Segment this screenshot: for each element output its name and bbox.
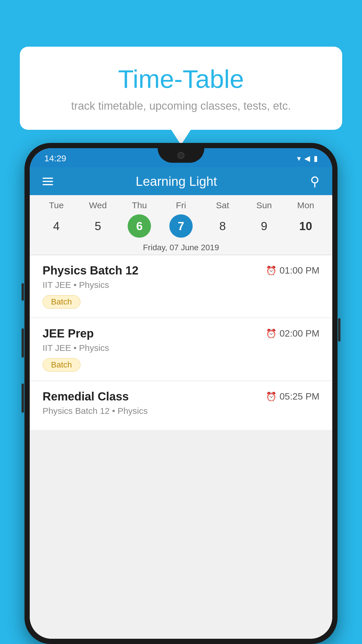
date-5[interactable]: 5 <box>86 214 110 238</box>
schedule-item-3-subtitle: Physics Batch 12 • Physics <box>43 406 319 416</box>
calendar-days-row: Tue Wed Thu Fri Sat Sun Mon <box>30 195 332 212</box>
day-sun: Sun <box>252 200 276 210</box>
date-7-selected[interactable]: 7 <box>169 214 193 238</box>
hamburger-icon[interactable] <box>43 178 53 185</box>
clock-icon-3: ⏰ <box>266 391 277 402</box>
schedule-item-2-subtitle: IIT JEE • Physics <box>43 343 319 353</box>
phone-outer: 14:29 ▾ ◀ ▮ Learning Light ⚲ <box>24 143 338 644</box>
date-4[interactable]: 4 <box>45 214 68 238</box>
schedule-item-1-time: ⏰ 01:00 PM <box>266 265 319 276</box>
schedule-list: Physics Batch 12 ⏰ 01:00 PM IIT JEE • Ph… <box>30 255 332 639</box>
day-mon: Mon <box>294 200 317 210</box>
phone-screen: 14:29 ▾ ◀ ▮ Learning Light ⚲ <box>30 148 332 639</box>
schedule-item-3-time: ⏰ 05:25 PM <box>266 391 319 402</box>
schedule-item-2-header: JEE Prep ⏰ 02:00 PM <box>43 327 319 340</box>
schedule-item-3[interactable]: Remedial Class ⏰ 05:25 PM Physics Batch … <box>30 381 332 430</box>
selected-date-label: Friday, 07 June 2019 <box>30 241 332 255</box>
date-10[interactable]: 10 <box>294 214 317 238</box>
schedule-item-1-header: Physics Batch 12 ⏰ 01:00 PM <box>43 264 319 277</box>
day-wed: Wed <box>86 200 110 210</box>
schedule-item-1-subtitle: IIT JEE • Physics <box>43 280 319 290</box>
battery-icon: ▮ <box>314 154 318 163</box>
day-fri: Fri <box>169 200 193 210</box>
power-button <box>338 318 340 342</box>
status-time: 14:29 <box>44 153 66 163</box>
speech-bubble-container: Time-Table track timetable, upcoming cla… <box>20 47 342 130</box>
schedule-item-1-title: Physics Batch 12 <box>43 264 138 277</box>
clock-icon-2: ⏰ <box>266 328 277 339</box>
time-value-2: 02:00 PM <box>280 328 319 339</box>
schedule-item-2-title: JEE Prep <box>43 327 94 340</box>
notch <box>158 148 204 163</box>
volume-up-button <box>22 328 24 358</box>
day-sat: Sat <box>211 200 234 210</box>
day-tue: Tue <box>45 200 68 210</box>
schedule-item-1[interactable]: Physics Batch 12 ⏰ 01:00 PM IIT JEE • Ph… <box>30 255 332 317</box>
schedule-item-3-title: Remedial Class <box>43 390 129 403</box>
date-9[interactable]: 9 <box>252 214 276 238</box>
batch-tag-1: Batch <box>43 295 80 309</box>
phone-mockup: 14:29 ▾ ◀ ▮ Learning Light ⚲ <box>24 143 338 644</box>
time-value-3: 05:25 PM <box>280 391 319 402</box>
schedule-item-3-header: Remedial Class ⏰ 05:25 PM <box>43 390 319 403</box>
front-camera <box>178 152 184 159</box>
bubble-subtitle: track timetable, upcoming classes, tests… <box>31 100 331 112</box>
clock-icon-1: ⏰ <box>266 265 277 276</box>
time-value-1: 01:00 PM <box>280 265 319 276</box>
calendar-dates-row: 4 5 6 7 8 9 10 <box>30 212 332 241</box>
batch-tag-2: Batch <box>43 358 80 372</box>
status-icons: ▾ ◀ ▮ <box>297 154 318 163</box>
volume-down-button <box>22 384 24 413</box>
silent-button <box>22 283 24 301</box>
schedule-item-2[interactable]: JEE Prep ⏰ 02:00 PM IIT JEE • Physics Ba… <box>30 318 332 380</box>
date-8[interactable]: 8 <box>211 214 234 238</box>
wifi-icon: ▾ <box>297 154 301 163</box>
bubble-title: Time-Table <box>31 64 331 94</box>
day-thu: Thu <box>128 200 151 210</box>
search-icon[interactable]: ⚲ <box>310 174 319 189</box>
app-header: Learning Light ⚲ <box>30 167 332 195</box>
date-6-today[interactable]: 6 <box>128 214 151 238</box>
speech-bubble: Time-Table track timetable, upcoming cla… <box>20 47 342 130</box>
signal-icon: ◀ <box>304 154 310 163</box>
calendar: Tue Wed Thu Fri Sat Sun Mon 4 5 6 7 8 9 … <box>30 195 332 255</box>
schedule-item-2-time: ⏰ 02:00 PM <box>266 328 319 339</box>
app-title: Learning Light <box>53 174 300 189</box>
